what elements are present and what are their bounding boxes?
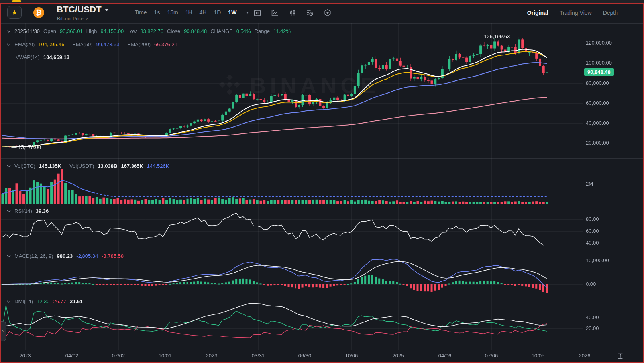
vwap-legend-row: VWAP(14) 104,669.13: [16, 54, 69, 60]
star-icon: ★: [11, 8, 17, 17]
ema20-label: EMA(20): [14, 41, 35, 47]
chart-canvas[interactable]: [0, 23, 644, 363]
time-axis-label: 10/01: [159, 353, 172, 359]
time-axis-label: 03/31: [252, 353, 265, 359]
collapse-rsi-icon[interactable]: [7, 210, 11, 212]
dmi-label: DMI(14): [14, 298, 33, 304]
macd-axis-label: 0.00: [586, 281, 596, 287]
time-axis-label: 04/02: [65, 353, 79, 359]
macd-dea-value: 980.23: [57, 253, 73, 259]
rsi-axis-label: 80.00: [586, 216, 599, 222]
open-label: Open: [43, 28, 56, 34]
price-axis-label: 80,000.00: [586, 80, 609, 86]
chart-style-icon[interactable]: [271, 9, 279, 17]
low-tick: —: [12, 144, 17, 150]
dmi-axis-label: 40.00: [586, 314, 599, 320]
browser-top-strip: [0, 0, 644, 3]
peak-price-value: 126,199.63: [484, 33, 510, 39]
view-mode-tabs: Original Trading View Depth: [527, 10, 618, 16]
interval-1w-selected[interactable]: 1W: [228, 9, 236, 16]
vol-ma1-value: 167.365K: [121, 163, 143, 169]
close-label: Close: [167, 28, 180, 34]
interval-1h[interactable]: 1H: [185, 9, 192, 16]
ema-legend-row: EMA(20) 104,095.46 EMA(50) 99,473.53 EMA…: [7, 41, 177, 47]
interval-1d[interactable]: 1D: [214, 9, 221, 16]
time-axis-label: 10/05: [532, 353, 545, 359]
interval-1s[interactable]: 1s: [154, 9, 160, 16]
time-axis-label: 10/06: [345, 353, 358, 359]
ema200-label: EMA(200): [128, 41, 151, 47]
tab-depth[interactable]: Depth: [603, 10, 618, 16]
change-value: 0.54%: [236, 28, 251, 34]
active-tab-indicator: [12, 0, 21, 2]
rsi-label: RSI(14): [14, 208, 32, 214]
last-price-badge: 90,848.48: [584, 68, 614, 76]
rsi-axis-label: 60.00: [586, 228, 599, 234]
vol-ma2-value: 144.526K: [147, 163, 169, 169]
rsi-legend-row: RSI(14) 39.36: [7, 208, 49, 214]
chart-tools: [253, 9, 332, 17]
peak-tick: —: [511, 33, 516, 39]
time-axis-label: 07/06: [485, 353, 498, 359]
ema50-value: 99,473.53: [96, 41, 120, 47]
time-axis-label: 2023: [206, 353, 218, 359]
ohlc-legend-row: 2025/11/30 Open 90,360.01 High 94,150.00…: [7, 28, 291, 34]
price-axis-label: 60,000.00: [586, 100, 609, 106]
high-label: High: [86, 28, 97, 34]
vol-usdt-value: 13.038B: [98, 163, 117, 169]
collapse-macd-icon[interactable]: [7, 255, 11, 257]
collapse-main-icon[interactable]: [7, 30, 11, 33]
axis-scale-toggle[interactable]: [616, 352, 625, 359]
dmi-adx-value: 21.61: [70, 298, 83, 304]
rsi-axis-label: 40.00: [586, 240, 599, 246]
candlestick-icon[interactable]: [289, 9, 296, 17]
macd-dif-value: -2,805.34: [76, 253, 98, 259]
bitcoin-glyph: ₿: [36, 8, 42, 17]
close-value: 90,848.48: [184, 28, 207, 34]
range-label: Range: [255, 28, 270, 34]
dmi-mdi-value: 26.77: [53, 298, 67, 304]
low-price-value: 15,476.00: [18, 144, 41, 150]
time-axis-label: 2023: [20, 353, 31, 359]
macd-label: MACD(12, 26, 9): [14, 253, 53, 259]
collapse-volume-icon[interactable]: [7, 165, 11, 167]
chevron-right-icon: ›: [2, 328, 4, 334]
dmi-legend-row: DMI(14) 12.30 26.77 21.61: [7, 298, 83, 304]
symbol-title: BTC/USDT: [57, 4, 102, 14]
favorite-button[interactable]: ★: [7, 6, 22, 19]
rsi-value: 39.36: [36, 208, 49, 214]
indicators-icon[interactable]: [306, 9, 314, 17]
symbol-subtitle-link[interactable]: Bitcoin Price ↗: [57, 16, 89, 22]
vol-usdt-label: Vol(USDT): [69, 163, 94, 169]
pane-expand-handle[interactable]: ›: [0, 321, 6, 341]
tab-trading-view[interactable]: Trading View: [560, 10, 592, 16]
interval-4h[interactable]: 4H: [200, 9, 207, 16]
tab-original[interactable]: Original: [527, 10, 548, 16]
price-axis-label: 100,000.00: [586, 60, 612, 66]
low-label: Low: [127, 28, 137, 34]
low-price-annotation: — 15,476.00: [12, 144, 41, 150]
volume-legend-row: Vol(BTC) 145.135K Vol(USDT) 13.038B 167.…: [7, 163, 169, 169]
dmi-pdi-value: 12.30: [37, 298, 50, 304]
dmi-axis-label: 20.00: [586, 325, 599, 331]
time-axis-label: 04/06: [438, 353, 452, 359]
settings-icon[interactable]: [324, 9, 332, 17]
macd-axis-label: 10,000.00: [586, 257, 609, 263]
calendar-icon[interactable]: [253, 9, 261, 17]
interval-15m[interactable]: 15m: [167, 9, 178, 16]
time-axis-label: 2026: [579, 353, 591, 359]
peak-price-annotation: 126,199.63 —: [465, 33, 516, 39]
vwap-value: 104,669.13: [43, 54, 69, 60]
price-axis-label: 40,000.00: [586, 120, 609, 126]
vol-btc-label: Vol(BTC): [14, 163, 35, 169]
time-axis-label: 2025: [393, 353, 404, 359]
symbol-selector[interactable]: BTC/USDT: [57, 4, 109, 15]
ema200-value: 66,376.21: [154, 41, 177, 47]
time-axis-label: 07/02: [112, 353, 125, 359]
collapse-dmi-icon[interactable]: [7, 300, 11, 303]
collapse-ema-icon[interactable]: [7, 43, 11, 46]
candle-date: 2025/11/30: [14, 28, 40, 34]
time-axis-label: 06/30: [298, 353, 312, 359]
interval-dropdown-icon[interactable]: [246, 12, 249, 14]
interval-time[interactable]: Time: [135, 9, 147, 16]
